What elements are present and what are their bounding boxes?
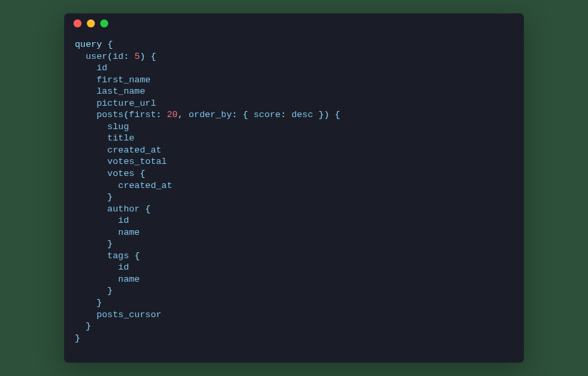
token-fld: user bbox=[86, 52, 107, 62]
token-pn: : bbox=[281, 110, 286, 120]
token-fld: slug bbox=[108, 122, 129, 132]
code-line: created_at bbox=[75, 180, 513, 192]
token-fld: created_at bbox=[108, 145, 162, 155]
token-pn: } bbox=[108, 286, 113, 296]
token-fld: posts bbox=[96, 110, 124, 120]
token-fld: posts_cursor bbox=[96, 310, 161, 320]
token-txt bbox=[162, 110, 167, 120]
token-pn: , bbox=[178, 110, 183, 120]
token-pn: } bbox=[108, 192, 113, 202]
code-line: posts(first: 20, order_by: { score: desc… bbox=[75, 109, 513, 121]
token-kw: query bbox=[75, 39, 102, 50]
token-fld: author bbox=[108, 204, 140, 214]
token-fld: name bbox=[118, 274, 140, 284]
token-pn: ( bbox=[108, 52, 113, 62]
code-editor: query { user(id: 5) { id first_name last… bbox=[64, 33, 524, 355]
token-txt bbox=[102, 39, 108, 50]
code-line: name bbox=[75, 274, 513, 286]
token-fld: tags bbox=[108, 251, 129, 261]
token-pn: } bbox=[319, 110, 324, 120]
token-pn: { bbox=[108, 39, 113, 50]
token-txt bbox=[313, 110, 319, 120]
code-line: } bbox=[75, 333, 513, 345]
token-fld: score bbox=[253, 110, 281, 120]
token-fld: id bbox=[118, 262, 129, 272]
code-line: picture_url bbox=[75, 98, 513, 110]
token-txt bbox=[129, 251, 134, 261]
code-line: posts_cursor bbox=[75, 309, 513, 321]
token-fld: first_name bbox=[96, 75, 150, 85]
token-txt bbox=[286, 110, 291, 120]
token-pn: ( bbox=[124, 110, 129, 120]
code-window: query { user(id: 5) { id first_name last… bbox=[64, 13, 524, 363]
code-line: votes_total bbox=[75, 156, 513, 168]
zoom-icon[interactable] bbox=[100, 19, 108, 27]
token-fld: votes bbox=[108, 169, 135, 179]
code-line: created_at bbox=[75, 145, 513, 157]
token-pn: } bbox=[75, 333, 80, 343]
token-pn: { bbox=[335, 110, 340, 120]
token-txt bbox=[129, 52, 134, 62]
code-line: first_name bbox=[75, 74, 513, 86]
token-fld: id bbox=[113, 52, 124, 62]
token-fld: title bbox=[108, 133, 135, 143]
token-pn: { bbox=[150, 52, 156, 62]
code-line: id bbox=[75, 62, 513, 74]
code-line: } bbox=[75, 320, 513, 333]
code-line: } bbox=[75, 238, 513, 250]
code-line: user(id: 5) { bbox=[75, 51, 513, 63]
code-line: name bbox=[75, 227, 513, 239]
token-pn: } bbox=[108, 239, 113, 249]
code-line: slug bbox=[75, 121, 513, 133]
token-fld: created_at bbox=[118, 181, 172, 191]
token-num: 20 bbox=[167, 110, 178, 120]
token-pn: { bbox=[140, 169, 145, 179]
token-pn: ) bbox=[324, 110, 329, 120]
close-icon[interactable] bbox=[74, 19, 82, 27]
token-fld: name bbox=[118, 227, 140, 238]
token-txt bbox=[237, 110, 243, 120]
token-fld: votes_total bbox=[108, 157, 167, 167]
token-fld: first bbox=[129, 110, 156, 120]
code-line: votes { bbox=[75, 168, 513, 180]
code-line: } bbox=[75, 191, 513, 203]
minimize-icon[interactable] bbox=[87, 19, 95, 27]
token-pn: { bbox=[134, 251, 140, 261]
code-line: title bbox=[75, 132, 513, 145]
token-fld: picture_url bbox=[96, 98, 156, 108]
code-line: query { bbox=[75, 39, 513, 51]
token-pn: : bbox=[156, 110, 162, 120]
token-fld: last_name bbox=[96, 86, 145, 96]
token-fld: id bbox=[118, 215, 129, 225]
code-line: } bbox=[75, 285, 513, 297]
code-line: tags { bbox=[75, 250, 513, 262]
token-pn: : bbox=[124, 52, 129, 62]
code-line: last_name bbox=[75, 86, 513, 98]
token-fld: id bbox=[96, 63, 107, 73]
token-pn: } bbox=[96, 298, 102, 308]
token-txt bbox=[329, 110, 335, 120]
token-txt bbox=[183, 110, 188, 120]
code-line: id bbox=[75, 215, 513, 227]
code-line: author { bbox=[75, 203, 513, 215]
token-pn: { bbox=[145, 204, 150, 214]
code-line: id bbox=[75, 262, 513, 274]
code-line: } bbox=[75, 297, 513, 309]
token-fld: order_by bbox=[188, 110, 232, 120]
titlebar bbox=[64, 13, 524, 33]
token-pn: } bbox=[86, 321, 91, 331]
token-pn: : bbox=[232, 110, 237, 120]
token-fld: desc bbox=[291, 110, 313, 120]
